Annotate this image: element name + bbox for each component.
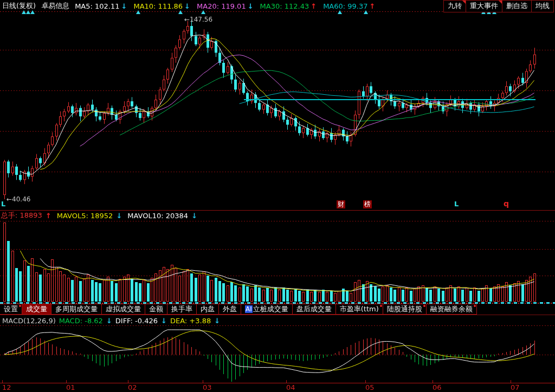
left-l-marker: L — [1, 200, 5, 208]
dea-value: DEA: +3.88 — [170, 317, 211, 325]
down-arrow-icon: ↓ — [184, 2, 190, 10]
tab-市盈率(ttm)[interactable]: 市盈率(ttm) — [335, 304, 383, 315]
macd-title: MACD(12,26,9) — [2, 317, 56, 325]
tab-内盘[interactable]: 内盘 — [196, 304, 219, 315]
tab-金额[interactable]: 金额 — [145, 304, 167, 315]
tab-虚拟成交量[interactable]: 虚拟成交量 — [101, 304, 145, 315]
period-label[interactable]: 日线(复权) — [2, 1, 36, 11]
macd-arrow-down-icon: ↓ — [106, 317, 112, 325]
ma-legend-item-1: MA5: 102.11↓ — [75, 2, 127, 10]
month-label-05: 05 — [365, 383, 375, 391]
month-label-04: 04 — [286, 383, 295, 391]
tab-融资融券余额[interactable]: 融资融券余额 — [426, 304, 477, 315]
month-label-07: 07 — [511, 383, 520, 391]
down-arrow-icon: ↓ — [248, 2, 254, 10]
high-price-annotation: ←147.56 — [184, 16, 212, 23]
volume-header: 总手: 18893 ↑ MAVOL5: 18952 ↓ MAVOL10: 203… — [1, 211, 197, 220]
down-arrow-icon: ↓ — [121, 2, 127, 10]
macd-header: MACD(12,26,9) MACD: -8.62 ↓ DIFF: -0.426… — [2, 316, 220, 325]
tab-多周期成交量[interactable]: 多周期成交量 — [51, 304, 102, 315]
up-arrow-icon: ↑ — [311, 2, 317, 10]
mavol10-arrow-down-icon: ↓ — [191, 212, 197, 220]
red-dot-icon — [380, 305, 382, 307]
tab-换手率[interactable]: 换手率 — [167, 304, 197, 315]
tab-AI立桩成交量[interactable]: AI立桩成交量 — [241, 304, 293, 315]
month-label-12: 12 — [2, 383, 11, 391]
zongshou-arrow-up-icon: ↑ — [46, 212, 51, 220]
month-label-06: 06 — [433, 383, 442, 391]
up-arrow-icon: ↑ — [370, 2, 376, 10]
header-button-重大事件[interactable]: 重大事件 — [466, 0, 502, 12]
red-dot-icon — [474, 305, 476, 307]
month-label-03: 03 — [203, 383, 212, 391]
tab-陆股通持股[interactable]: 陆股通持股 — [383, 304, 427, 315]
header-button-group: 九转重大事件删自选均线 — [444, 0, 554, 12]
diff-arrow-down-icon: ↓ — [161, 317, 167, 325]
diff-value: DIFF: -0.426 — [115, 317, 158, 325]
stock-name[interactable]: 卓易信息 — [41, 1, 69, 11]
stock-terminal: 日线(复权) 卓易信息 MA5: 102.11↓MA10: 111.86↓MA2… — [0, 0, 555, 392]
mavol10-label: MAVOL10: 20384 — [127, 212, 188, 220]
dea-arrow-down-icon: ↓ — [214, 317, 220, 325]
tab-设置[interactable]: 设置 — [0, 304, 22, 315]
ma-legend-item-3: MA20: 119.01↓ — [197, 2, 254, 10]
ai-badge: AI — [245, 305, 253, 313]
top-bar: 日线(复权) 卓易信息 MA5: 102.11↓MA10: 111.86↓MA2… — [0, 0, 555, 12]
mavol5-arrow-down-icon: ↓ — [116, 212, 122, 220]
ma-legend: MA5: 102.11↓MA10: 111.86↓MA20: 119.01↓MA… — [75, 2, 375, 10]
q-marker: q — [504, 199, 509, 208]
ma-legend-item-2: MA10: 111.86↓ — [133, 2, 190, 10]
right-l-marker: L — [454, 200, 459, 208]
tab-成交量[interactable]: 成交量 — [22, 304, 51, 315]
month-label-01: 01 — [66, 383, 75, 391]
chart-canvas[interactable] — [0, 0, 555, 392]
red-dot-icon — [19, 305, 21, 307]
red-dot-icon — [423, 305, 425, 307]
macd-value: MACD: -8.62 — [59, 317, 103, 325]
cai-badge[interactable]: 财 — [337, 200, 345, 208]
ma-legend-item-5: MA60: 99.37↑ — [323, 2, 375, 10]
month-label-02: 02 — [128, 383, 137, 391]
zongshou-label: 总手: 18893 — [1, 211, 42, 220]
indicator-tab-bar: 设置成交量多周期成交量虚拟成交量金额换手率内盘外盘AI立桩成交量盘后成交量市盈率… — [0, 304, 555, 315]
header-button-九转[interactable]: 九转 — [443, 0, 466, 12]
header-button-均线[interactable]: 均线 — [531, 0, 554, 12]
tab-外盘[interactable]: 外盘 — [218, 304, 241, 315]
mavol5-label: MAVOL5: 18952 — [57, 212, 113, 220]
low-price-annotation: ←40.46 — [7, 195, 30, 203]
tab-盘后成交量[interactable]: 盘后成交量 — [292, 304, 336, 315]
ma-legend-item-4: MA30: 112.43↑ — [260, 2, 317, 10]
header-button-删自选[interactable]: 删自选 — [502, 0, 532, 12]
bang-badge[interactable]: 榜 — [363, 200, 372, 208]
